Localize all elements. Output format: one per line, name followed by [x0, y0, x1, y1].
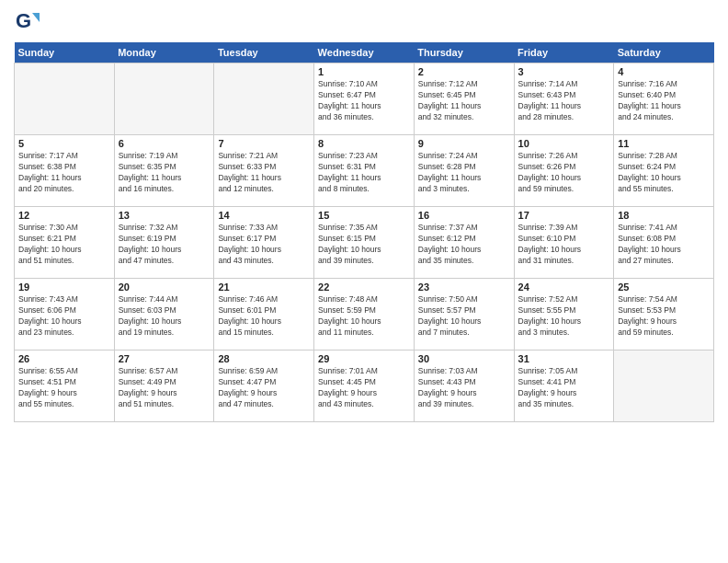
day-number: 1 — [318, 66, 410, 77]
calendar-cell: 21Sunrise: 7:46 AM Sunset: 6:01 PM Dayli… — [214, 279, 314, 350]
calendar-cell: 1Sunrise: 7:10 AM Sunset: 6:47 PM Daylig… — [314, 63, 415, 135]
day-info: Sunrise: 7:32 AM Sunset: 6:19 PM Dayligh… — [119, 223, 210, 267]
calendar-cell: 4Sunrise: 7:16 AM Sunset: 6:40 PM Daylig… — [614, 63, 714, 135]
day-info: Sunrise: 7:10 AM Sunset: 6:47 PM Dayligh… — [318, 79, 410, 123]
calendar-cell: 25Sunrise: 7:54 AM Sunset: 5:53 PM Dayli… — [614, 279, 714, 350]
calendar-cell: 18Sunrise: 7:41 AM Sunset: 6:08 PM Dayli… — [614, 207, 714, 279]
calendar-cell: 22Sunrise: 7:48 AM Sunset: 5:59 PM Dayli… — [314, 279, 415, 350]
day-info: Sunrise: 7:28 AM Sunset: 6:24 PM Dayligh… — [618, 151, 710, 195]
day-info: Sunrise: 7:01 AM Sunset: 4:45 PM Dayligh… — [318, 366, 410, 410]
calendar-cell: 29Sunrise: 7:01 AM Sunset: 4:45 PM Dayli… — [314, 350, 415, 422]
day-info: Sunrise: 7:14 AM Sunset: 6:43 PM Dayligh… — [518, 79, 610, 123]
calendar-cell: 14Sunrise: 7:33 AM Sunset: 6:17 PM Dayli… — [214, 207, 314, 279]
day-info: Sunrise: 7:46 AM Sunset: 6:01 PM Dayligh… — [218, 294, 310, 339]
weekday-header-thursday: Thursday — [414, 42, 514, 63]
calendar-header: G — [14, 9, 714, 35]
day-info: Sunrise: 7:41 AM Sunset: 6:08 PM Dayligh… — [618, 223, 710, 267]
calendar-cell: 30Sunrise: 7:03 AM Sunset: 4:43 PM Dayli… — [414, 350, 514, 422]
calendar-cell: 13Sunrise: 7:32 AM Sunset: 6:19 PM Dayli… — [114, 207, 214, 279]
calendar-cell: 11Sunrise: 7:28 AM Sunset: 6:24 PM Dayli… — [614, 135, 714, 207]
calendar-cell: 5Sunrise: 7:17 AM Sunset: 6:38 PM Daylig… — [15, 135, 115, 207]
svg-text:G: G — [16, 9, 31, 32]
day-number: 23 — [418, 282, 510, 293]
day-number: 22 — [318, 282, 410, 293]
day-number: 14 — [218, 210, 310, 221]
logo: G — [14, 9, 42, 35]
day-number: 28 — [218, 353, 310, 364]
calendar-cell — [15, 63, 115, 135]
day-number: 26 — [18, 353, 110, 364]
day-info: Sunrise: 7:12 AM Sunset: 6:45 PM Dayligh… — [418, 79, 510, 123]
calendar-cell: 8Sunrise: 7:23 AM Sunset: 6:31 PM Daylig… — [314, 135, 415, 207]
calendar-cell: 15Sunrise: 7:35 AM Sunset: 6:15 PM Dayli… — [314, 207, 415, 279]
day-info: Sunrise: 7:21 AM Sunset: 6:33 PM Dayligh… — [218, 151, 310, 195]
day-info: Sunrise: 7:48 AM Sunset: 5:59 PM Dayligh… — [318, 294, 410, 339]
day-number: 18 — [618, 210, 710, 221]
day-info: Sunrise: 7:03 AM Sunset: 4:43 PM Dayligh… — [418, 366, 510, 410]
calendar-cell: 9Sunrise: 7:24 AM Sunset: 6:28 PM Daylig… — [414, 135, 514, 207]
calendar-cell: 19Sunrise: 7:43 AM Sunset: 6:06 PM Dayli… — [15, 279, 115, 350]
calendar-cell: 17Sunrise: 7:39 AM Sunset: 6:10 PM Dayli… — [514, 207, 614, 279]
calendar-cell — [214, 63, 314, 135]
day-info: Sunrise: 7:26 AM Sunset: 6:26 PM Dayligh… — [518, 151, 610, 195]
day-info: Sunrise: 7:24 AM Sunset: 6:28 PM Dayligh… — [418, 151, 510, 195]
weekday-header-sunday: Sunday — [15, 42, 115, 63]
calendar-container: G SundayMondayTuesdayWednesdayThursdayFr… — [0, 0, 728, 427]
day-number: 29 — [318, 353, 410, 364]
day-number: 15 — [318, 210, 410, 221]
day-info: Sunrise: 7:39 AM Sunset: 6:10 PM Dayligh… — [518, 223, 610, 267]
calendar-cell: 20Sunrise: 7:44 AM Sunset: 6:03 PM Dayli… — [114, 279, 214, 350]
day-number: 6 — [119, 138, 210, 149]
day-number: 9 — [418, 138, 510, 149]
calendar-cell: 3Sunrise: 7:14 AM Sunset: 6:43 PM Daylig… — [514, 63, 614, 135]
day-number: 21 — [218, 282, 310, 293]
calendar-cell: 6Sunrise: 7:19 AM Sunset: 6:35 PM Daylig… — [114, 135, 214, 207]
calendar-cell: 10Sunrise: 7:26 AM Sunset: 6:26 PM Dayli… — [514, 135, 614, 207]
calendar-cell: 31Sunrise: 7:05 AM Sunset: 4:41 PM Dayli… — [514, 350, 614, 422]
day-number: 7 — [218, 138, 310, 149]
day-info: Sunrise: 7:37 AM Sunset: 6:12 PM Dayligh… — [418, 223, 510, 267]
day-info: Sunrise: 7:52 AM Sunset: 5:55 PM Dayligh… — [518, 294, 610, 339]
calendar-cell: 2Sunrise: 7:12 AM Sunset: 6:45 PM Daylig… — [414, 63, 514, 135]
calendar-cell: 26Sunrise: 6:55 AM Sunset: 4:51 PM Dayli… — [15, 350, 115, 422]
day-number: 25 — [618, 282, 710, 293]
day-info: Sunrise: 7:05 AM Sunset: 4:41 PM Dayligh… — [518, 366, 610, 410]
weekday-header-wednesday: Wednesday — [314, 42, 415, 63]
day-number: 3 — [518, 66, 610, 77]
calendar-cell — [614, 350, 714, 422]
day-number: 13 — [119, 210, 210, 221]
weekday-header-tuesday: Tuesday — [214, 42, 314, 63]
day-number: 5 — [18, 138, 110, 149]
day-info: Sunrise: 7:50 AM Sunset: 5:57 PM Dayligh… — [418, 294, 510, 339]
svg-marker-1 — [32, 13, 40, 22]
day-info: Sunrise: 7:35 AM Sunset: 6:15 PM Dayligh… — [318, 223, 410, 267]
day-number: 4 — [618, 66, 710, 77]
weekday-header-saturday: Saturday — [614, 42, 714, 63]
day-info: Sunrise: 7:30 AM Sunset: 6:21 PM Dayligh… — [18, 223, 110, 267]
calendar-table: SundayMondayTuesdayWednesdayThursdayFrid… — [14, 42, 714, 422]
day-number: 8 — [318, 138, 410, 149]
calendar-cell: 7Sunrise: 7:21 AM Sunset: 6:33 PM Daylig… — [214, 135, 314, 207]
calendar-cell — [114, 63, 214, 135]
day-info: Sunrise: 7:54 AM Sunset: 5:53 PM Dayligh… — [618, 294, 710, 339]
day-number: 16 — [418, 210, 510, 221]
day-number: 12 — [18, 210, 110, 221]
day-info: Sunrise: 7:19 AM Sunset: 6:35 PM Dayligh… — [119, 151, 210, 195]
calendar-cell: 12Sunrise: 7:30 AM Sunset: 6:21 PM Dayli… — [15, 207, 115, 279]
day-info: Sunrise: 7:17 AM Sunset: 6:38 PM Dayligh… — [18, 151, 110, 195]
day-number: 19 — [18, 282, 110, 293]
day-number: 27 — [119, 353, 210, 364]
day-number: 20 — [119, 282, 210, 293]
day-number: 30 — [418, 353, 510, 364]
day-number: 2 — [418, 66, 510, 77]
weekday-header-monday: Monday — [114, 42, 214, 63]
day-info: Sunrise: 6:59 AM Sunset: 4:47 PM Dayligh… — [218, 366, 310, 410]
weekday-header-friday: Friday — [514, 42, 614, 63]
calendar-cell: 27Sunrise: 6:57 AM Sunset: 4:49 PM Dayli… — [114, 350, 214, 422]
logo-icon: G — [14, 9, 40, 35]
day-info: Sunrise: 6:57 AM Sunset: 4:49 PM Dayligh… — [119, 366, 210, 410]
day-info: Sunrise: 6:55 AM Sunset: 4:51 PM Dayligh… — [18, 366, 110, 410]
day-info: Sunrise: 7:23 AM Sunset: 6:31 PM Dayligh… — [318, 151, 410, 195]
day-number: 17 — [518, 210, 610, 221]
day-number: 11 — [618, 138, 710, 149]
